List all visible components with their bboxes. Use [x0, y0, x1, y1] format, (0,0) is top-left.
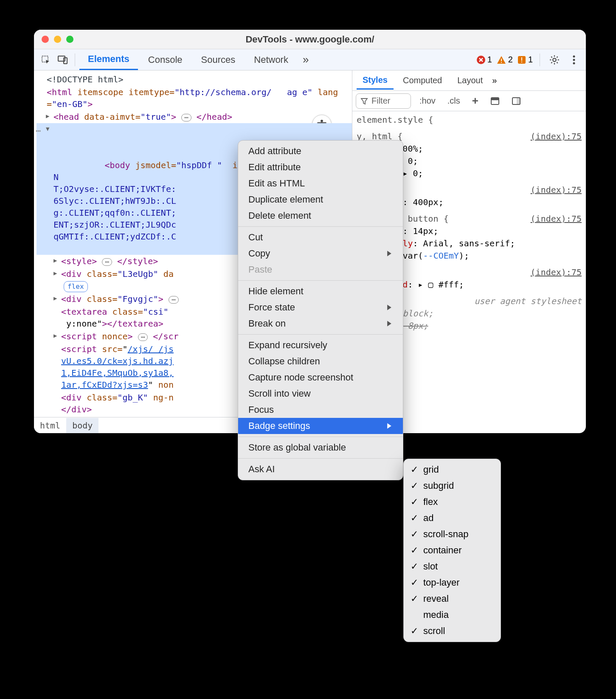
minimize-window-button[interactable] [54, 36, 61, 43]
badge-subgrid[interactable]: ✓subgrid [404, 478, 501, 494]
tab-layout[interactable]: Layout [451, 72, 489, 89]
tab-sources[interactable]: Sources [193, 50, 244, 70]
chevron-right-icon [386, 250, 393, 257]
svg-rect-7 [521, 57, 522, 61]
svg-rect-17 [517, 98, 520, 104]
new-rule-icon[interactable]: + [469, 93, 482, 109]
divider [238, 458, 403, 459]
svg-rect-5 [501, 62, 502, 63]
badge-flex[interactable]: ✓flex [404, 494, 501, 510]
filter-input[interactable]: Filter [356, 93, 411, 109]
warning-count[interactable]: 2 [496, 55, 513, 65]
ctx-add-attribute[interactable]: Add attribute [238, 143, 403, 159]
badge-container[interactable]: ✓container [404, 542, 501, 558]
more-menu-icon[interactable] [566, 52, 582, 68]
check-icon: ✓ [410, 529, 419, 540]
ctx-ask-ai[interactable]: Ask AI [238, 461, 403, 477]
badge-scroll[interactable]: ✓scroll [404, 623, 501, 639]
badge-media[interactable]: media [404, 607, 501, 623]
ctx-edit-attribute[interactable]: Edit attribute [238, 159, 403, 175]
ctx-edit-as-html[interactable]: Edit as HTML [238, 175, 403, 192]
device-toolbar-icon[interactable] [55, 52, 70, 68]
window-controls [42, 36, 73, 43]
badge-slot[interactable]: ✓slot [404, 558, 501, 575]
chevron-right-icon [386, 320, 393, 327]
cls-button[interactable]: .cls [444, 94, 464, 107]
ctx-badge-settings[interactable]: Badge settings [238, 418, 403, 434]
ctx-expand-recursively[interactable]: Expand recursively [238, 337, 403, 353]
crumb-html[interactable]: html [34, 418, 66, 433]
ctx-capture-screenshot[interactable]: Capture node screenshot [238, 369, 403, 386]
window-title: DevTools - www.google.com/ [34, 34, 586, 45]
ctx-collapse-children[interactable]: Collapse children [238, 353, 403, 369]
check-icon: ✓ [410, 626, 419, 637]
tab-computed[interactable]: Computed [397, 72, 448, 89]
divider [540, 54, 540, 66]
ctx-scroll-into-view[interactable]: Scroll into view [238, 386, 403, 402]
ctx-delete-element[interactable]: Delete element [238, 208, 403, 224]
rule-element-style[interactable]: element.style { [357, 114, 582, 126]
chevron-right-icon [386, 304, 393, 311]
issue-count-value: 1 [528, 55, 533, 65]
dom-html-open[interactable]: <html itemscope itemtype="http://schema.… [37, 86, 352, 110]
ctx-hide-element[interactable]: Hide element [238, 283, 403, 299]
dom-head[interactable]: ▶<head data-aimvt="true"> ⋯ </head> [37, 110, 352, 123]
tab-console[interactable]: Console [140, 50, 191, 70]
titlebar: DevTools - www.google.com/ [34, 30, 586, 49]
badge-scroll-snap[interactable]: ✓scroll-snap [404, 526, 501, 542]
hov-button[interactable]: :hov [416, 94, 439, 107]
filter-icon [360, 97, 368, 105]
check-icon: ✓ [410, 577, 419, 588]
origin-link[interactable]: (index):75 [531, 213, 582, 225]
warning-icon [496, 55, 506, 65]
crumb-body[interactable]: body [66, 418, 98, 433]
error-count-value: 1 [487, 55, 492, 65]
tab-styles[interactable]: Styles [357, 72, 394, 90]
divider [238, 334, 403, 335]
warning-count-value: 2 [508, 55, 513, 65]
flex-badge[interactable]: flex [64, 281, 88, 292]
origin-link[interactable]: (index):75 [531, 130, 582, 143]
styles-tabs: Styles Computed Layout » [352, 70, 586, 91]
check-icon: ✓ [410, 561, 419, 572]
badge-ad[interactable]: ✓ad [404, 510, 501, 526]
divider [75, 54, 75, 66]
origin-link[interactable]: (index):75 [531, 184, 582, 196]
issue-count[interactable]: 1 [517, 55, 533, 65]
badge-reveal[interactable]: ✓reveal [404, 591, 501, 607]
tab-network[interactable]: Network [245, 50, 297, 70]
divider [238, 437, 403, 437]
ctx-force-state[interactable]: Force state [238, 299, 403, 316]
gear-icon[interactable] [547, 52, 562, 68]
check-icon: ✓ [410, 496, 419, 507]
badge-top-layer[interactable]: ✓top-layer [404, 575, 501, 591]
badge-grid[interactable]: ✓grid [404, 462, 501, 478]
origin-link[interactable]: (index):75 [531, 266, 582, 279]
error-count[interactable]: 1 [476, 55, 492, 65]
issue-icon [517, 55, 526, 65]
ctx-focus[interactable]: Focus [238, 402, 403, 418]
ctx-store-variable[interactable]: Store as global variable [238, 440, 403, 456]
svg-point-10 [573, 55, 575, 57]
inspect-icon[interactable] [38, 52, 53, 68]
more-styles-tabs-icon[interactable]: » [492, 76, 497, 85]
chevron-right-icon [386, 423, 393, 429]
maximize-window-button[interactable] [66, 36, 73, 43]
ctx-break-on[interactable]: Break on [238, 316, 403, 332]
styles-toolbar: Filter :hov .cls + [352, 91, 586, 111]
ctx-cut[interactable]: Cut [238, 229, 403, 245]
dom-doctype[interactable]: <!DOCTYPE html> [37, 73, 352, 86]
ctx-paste: Paste [238, 262, 403, 278]
badge-settings-submenu: ✓grid ✓subgrid ✓flex ✓ad ✓scroll-snap ✓c… [403, 459, 501, 642]
ctx-duplicate-element[interactable]: Duplicate element [238, 192, 403, 208]
close-window-button[interactable] [42, 36, 49, 43]
ctx-copy[interactable]: Copy [238, 245, 403, 262]
toggle-sidebar-icon[interactable] [508, 95, 524, 107]
more-tabs-icon[interactable]: » [298, 53, 313, 66]
svg-rect-15 [491, 98, 499, 100]
computed-sidebar-icon[interactable] [487, 95, 503, 107]
svg-point-12 [573, 62, 575, 64]
context-menu: Add attribute Edit attribute Edit as HTM… [238, 140, 403, 480]
tab-elements[interactable]: Elements [79, 49, 138, 70]
svg-rect-8 [521, 62, 522, 62]
